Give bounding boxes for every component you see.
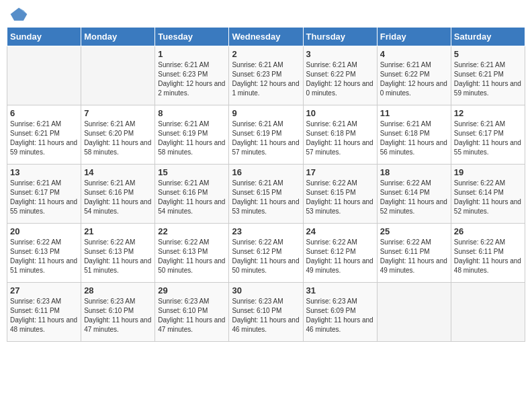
day-number: 28 bbox=[84, 285, 152, 295]
calendar-cell bbox=[451, 283, 525, 342]
day-number: 26 bbox=[454, 226, 522, 236]
logo-icon bbox=[9, 7, 28, 21]
day-number: 29 bbox=[158, 285, 226, 295]
day-number: 14 bbox=[84, 167, 152, 177]
calendar-week-row: 6Sunrise: 6:21 AM Sunset: 6:21 PM Daylig… bbox=[7, 105, 525, 165]
day-info: Sunrise: 6:21 AM Sunset: 6:23 PM Dayligh… bbox=[232, 60, 300, 98]
day-info: Sunrise: 6:23 AM Sunset: 6:11 PM Dayligh… bbox=[10, 297, 78, 334]
day-number: 23 bbox=[232, 226, 300, 236]
day-info: Sunrise: 6:22 AM Sunset: 6:13 PM Dayligh… bbox=[84, 238, 152, 275]
calendar-cell: 28Sunrise: 6:23 AM Sunset: 6:10 PM Dayli… bbox=[81, 283, 155, 342]
calendar-cell bbox=[7, 46, 81, 105]
day-number: 18 bbox=[380, 167, 448, 177]
calendar-cell: 17Sunrise: 6:22 AM Sunset: 6:15 PM Dayli… bbox=[303, 165, 377, 224]
day-info: Sunrise: 6:21 AM Sunset: 6:18 PM Dayligh… bbox=[306, 120, 374, 157]
day-info: Sunrise: 6:21 AM Sunset: 6:22 PM Dayligh… bbox=[380, 60, 448, 98]
day-info: Sunrise: 6:21 AM Sunset: 6:16 PM Dayligh… bbox=[158, 179, 226, 216]
day-info: Sunrise: 6:22 AM Sunset: 6:12 PM Dayligh… bbox=[306, 238, 374, 275]
day-number: 9 bbox=[232, 108, 300, 118]
header bbox=[7, 7, 525, 21]
day-number: 13 bbox=[10, 167, 78, 177]
calendar-cell: 10Sunrise: 6:21 AM Sunset: 6:18 PM Dayli… bbox=[303, 105, 377, 165]
calendar-cell: 11Sunrise: 6:21 AM Sunset: 6:18 PM Dayli… bbox=[377, 105, 451, 165]
day-number: 22 bbox=[158, 226, 226, 236]
day-number: 19 bbox=[454, 167, 522, 177]
calendar-cell: 23Sunrise: 6:22 AM Sunset: 6:12 PM Dayli… bbox=[229, 224, 303, 283]
day-info: Sunrise: 6:21 AM Sunset: 6:16 PM Dayligh… bbox=[84, 179, 152, 216]
day-number: 20 bbox=[10, 226, 78, 236]
day-number: 21 bbox=[84, 226, 152, 236]
day-info: Sunrise: 6:22 AM Sunset: 6:14 PM Dayligh… bbox=[380, 179, 448, 216]
day-info: Sunrise: 6:21 AM Sunset: 6:18 PM Dayligh… bbox=[380, 120, 448, 157]
day-number: 6 bbox=[10, 108, 78, 118]
day-number: 31 bbox=[306, 285, 374, 295]
weekday-header-row: SundayMondayTuesdayWednesdayThursdayFrid… bbox=[7, 28, 525, 46]
calendar-week-row: 1Sunrise: 6:21 AM Sunset: 6:23 PM Daylig… bbox=[7, 46, 525, 105]
calendar-cell: 18Sunrise: 6:22 AM Sunset: 6:14 PM Dayli… bbox=[377, 165, 451, 224]
day-number: 15 bbox=[158, 167, 226, 177]
day-info: Sunrise: 6:22 AM Sunset: 6:15 PM Dayligh… bbox=[306, 179, 374, 216]
day-info: Sunrise: 6:23 AM Sunset: 6:09 PM Dayligh… bbox=[306, 297, 374, 334]
calendar-cell bbox=[377, 283, 451, 342]
day-info: Sunrise: 6:22 AM Sunset: 6:13 PM Dayligh… bbox=[158, 238, 226, 275]
calendar-header: SundayMondayTuesdayWednesdayThursdayFrid… bbox=[7, 28, 525, 46]
day-number: 8 bbox=[158, 108, 226, 118]
weekday-header-thursday: Thursday bbox=[303, 28, 377, 46]
calendar-cell: 5Sunrise: 6:21 AM Sunset: 6:21 PM Daylig… bbox=[451, 46, 525, 105]
calendar-body: 1Sunrise: 6:21 AM Sunset: 6:23 PM Daylig… bbox=[7, 46, 525, 342]
calendar-cell: 31Sunrise: 6:23 AM Sunset: 6:09 PM Dayli… bbox=[303, 283, 377, 342]
calendar-cell: 19Sunrise: 6:22 AM Sunset: 6:14 PM Dayli… bbox=[451, 165, 525, 224]
calendar-cell: 16Sunrise: 6:21 AM Sunset: 6:15 PM Dayli… bbox=[229, 165, 303, 224]
day-number: 17 bbox=[306, 167, 374, 177]
weekday-header-tuesday: Tuesday bbox=[155, 28, 229, 46]
day-info: Sunrise: 6:21 AM Sunset: 6:20 PM Dayligh… bbox=[84, 120, 152, 157]
calendar-cell: 29Sunrise: 6:23 AM Sunset: 6:10 PM Dayli… bbox=[155, 283, 229, 342]
day-number: 12 bbox=[454, 108, 522, 118]
day-info: Sunrise: 6:21 AM Sunset: 6:17 PM Dayligh… bbox=[454, 120, 522, 157]
weekday-header-saturday: Saturday bbox=[451, 28, 525, 46]
day-info: Sunrise: 6:23 AM Sunset: 6:10 PM Dayligh… bbox=[84, 297, 152, 334]
day-number: 2 bbox=[232, 49, 300, 59]
day-number: 30 bbox=[232, 285, 300, 295]
day-info: Sunrise: 6:21 AM Sunset: 6:21 PM Dayligh… bbox=[10, 120, 78, 157]
calendar-cell: 9Sunrise: 6:21 AM Sunset: 6:19 PM Daylig… bbox=[229, 105, 303, 165]
day-info: Sunrise: 6:21 AM Sunset: 6:19 PM Dayligh… bbox=[158, 120, 226, 157]
day-info: Sunrise: 6:22 AM Sunset: 6:13 PM Dayligh… bbox=[10, 238, 78, 275]
calendar-cell: 21Sunrise: 6:22 AM Sunset: 6:13 PM Dayli… bbox=[81, 224, 155, 283]
day-info: Sunrise: 6:23 AM Sunset: 6:10 PM Dayligh… bbox=[232, 297, 300, 334]
day-number: 10 bbox=[306, 108, 374, 118]
weekday-header-monday: Monday bbox=[81, 28, 155, 46]
calendar-cell: 3Sunrise: 6:21 AM Sunset: 6:22 PM Daylig… bbox=[303, 46, 377, 105]
day-number: 7 bbox=[84, 108, 152, 118]
logo bbox=[9, 7, 31, 21]
day-info: Sunrise: 6:21 AM Sunset: 6:15 PM Dayligh… bbox=[232, 179, 300, 216]
calendar-week-row: 13Sunrise: 6:21 AM Sunset: 6:17 PM Dayli… bbox=[7, 165, 525, 224]
day-info: Sunrise: 6:22 AM Sunset: 6:11 PM Dayligh… bbox=[454, 238, 522, 275]
weekday-header-friday: Friday bbox=[377, 28, 451, 46]
calendar-cell: 2Sunrise: 6:21 AM Sunset: 6:23 PM Daylig… bbox=[229, 46, 303, 105]
day-number: 4 bbox=[380, 49, 448, 59]
svg-marker-0 bbox=[11, 7, 28, 20]
day-info: Sunrise: 6:21 AM Sunset: 6:21 PM Dayligh… bbox=[454, 60, 522, 98]
calendar-cell: 12Sunrise: 6:21 AM Sunset: 6:17 PM Dayli… bbox=[451, 105, 525, 165]
calendar-cell: 6Sunrise: 6:21 AM Sunset: 6:21 PM Daylig… bbox=[7, 105, 81, 165]
calendar-cell: 30Sunrise: 6:23 AM Sunset: 6:10 PM Dayli… bbox=[229, 283, 303, 342]
calendar-cell: 24Sunrise: 6:22 AM Sunset: 6:12 PM Dayli… bbox=[303, 224, 377, 283]
day-info: Sunrise: 6:22 AM Sunset: 6:14 PM Dayligh… bbox=[454, 179, 522, 216]
day-info: Sunrise: 6:22 AM Sunset: 6:12 PM Dayligh… bbox=[232, 238, 300, 275]
calendar-cell: 14Sunrise: 6:21 AM Sunset: 6:16 PM Dayli… bbox=[81, 165, 155, 224]
day-info: Sunrise: 6:22 AM Sunset: 6:11 PM Dayligh… bbox=[380, 238, 448, 275]
calendar-cell: 15Sunrise: 6:21 AM Sunset: 6:16 PM Dayli… bbox=[155, 165, 229, 224]
calendar-week-row: 20Sunrise: 6:22 AM Sunset: 6:13 PM Dayli… bbox=[7, 224, 525, 283]
day-number: 24 bbox=[306, 226, 374, 236]
calendar-cell: 13Sunrise: 6:21 AM Sunset: 6:17 PM Dayli… bbox=[7, 165, 81, 224]
day-number: 27 bbox=[10, 285, 78, 295]
day-number: 16 bbox=[232, 167, 300, 177]
day-info: Sunrise: 6:21 AM Sunset: 6:23 PM Dayligh… bbox=[158, 60, 226, 98]
calendar-cell: 1Sunrise: 6:21 AM Sunset: 6:23 PM Daylig… bbox=[155, 46, 229, 105]
day-info: Sunrise: 6:21 AM Sunset: 6:19 PM Dayligh… bbox=[232, 120, 300, 157]
day-number: 3 bbox=[306, 49, 374, 59]
calendar-week-row: 27Sunrise: 6:23 AM Sunset: 6:11 PM Dayli… bbox=[7, 283, 525, 342]
calendar-cell: 7Sunrise: 6:21 AM Sunset: 6:20 PM Daylig… bbox=[81, 105, 155, 165]
day-number: 1 bbox=[158, 49, 226, 59]
